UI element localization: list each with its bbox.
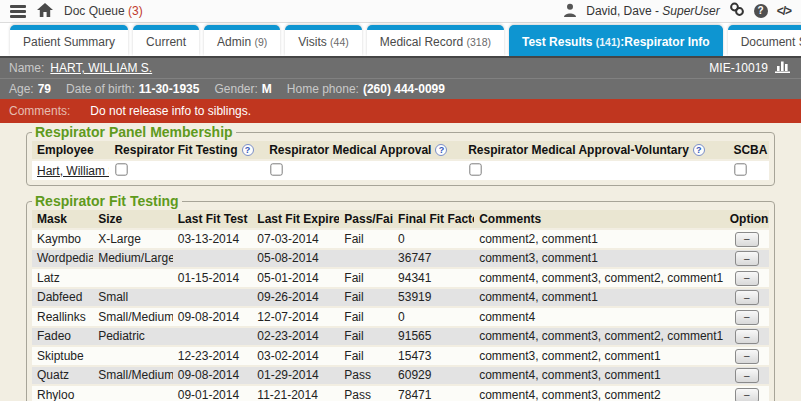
table-row: QuatzSmall/Medium09-08-201401-29-2014Pas… [32,366,769,386]
options-cell: – [725,346,769,366]
last-fit-test-cell: 01-15-2014 [173,268,253,288]
help-icon[interactable]: ? [693,144,705,156]
home-phone-field: Home phone:(260) 444-0099 [287,82,445,96]
patient-comments-alert-bar: Comments: Do not release info to sibling… [0,99,801,123]
size-cell [93,385,173,401]
pass-fail-cell: Pass [339,366,393,386]
flowsheet-chart-icon[interactable] [775,60,792,76]
size-cell: Pediatric [93,327,173,347]
mask-cell: Kaymbo [32,229,93,249]
medical-approval-voluntary-checkbox[interactable] [469,163,481,175]
last-fit-test-cell [173,249,253,269]
patient-demographics-bar: Age:79 Date of birth:11-30-1935 Gender:M… [0,78,801,99]
final-fit-factor-cell: 15473 [393,346,474,366]
menu-icon[interactable] [10,5,26,18]
last-fit-test-cell [173,288,253,308]
col-pass-fail: Pass/Fail [339,210,393,229]
name-label: Name: [9,61,44,75]
comments-cell: comment4, comment1 [474,288,725,308]
last-fit-expires-cell: 12-07-2014 [252,307,339,327]
pass-fail-cell: Fail [339,229,393,249]
dob-field: Date of birth:11-30-1935 [66,82,199,96]
tab-test-results-respirator-info[interactable]: Test Results (141):Respirator Info [509,25,723,56]
options-cell: – [725,288,769,308]
scba-checkbox[interactable] [735,163,747,175]
mask-cell: Wordpedia [32,249,93,269]
options-cell: – [725,229,769,249]
last-fit-test-cell: 09-08-2014 [173,307,253,327]
col-respirator-medical-approval: Respirator Medical Approval? [264,141,463,160]
doc-queue-label: Doc Queue [64,4,125,18]
home-icon[interactable] [37,3,53,20]
final-fit-factor-cell: 53919 [393,288,474,308]
table-row: DabfeedSmall09-26-2014Fail53919comment4,… [32,288,769,308]
fit-testing-legend: Respirator Fit Testing [32,193,182,209]
fit-testing-checkbox[interactable] [116,163,128,175]
size-cell [93,268,173,288]
mask-cell: Fadeo [32,327,93,347]
tab-current[interactable]: Current [133,25,199,56]
options-cell: – [725,385,769,401]
mask-cell: Dabfeed [32,288,93,308]
respirator-fit-testing-section: Respirator Fit Testing Mask Size Last Fi… [26,193,775,401]
last-fit-expires-cell: 11-21-2014 [252,385,339,401]
comments-text: Do not release info to siblings. [90,104,251,118]
link-icon[interactable] [729,2,745,20]
tab-document-summary[interactable]: Document Summary (327) [728,25,801,56]
col-respirator-fit-testing: Respirator Fit Testing? [109,141,264,160]
table-row: Rhyloo09-01-201411-21-2014Pass78471comme… [32,385,769,401]
row-options-button[interactable]: – [735,290,759,305]
row-options-button[interactable]: – [735,329,759,344]
comments-cell: comment2, comment1 [474,229,725,249]
patient-chart-tabs: Patient Summary Current Admin (9) Visits… [0,23,801,56]
last-fit-expires-cell: 09-26-2014 [252,288,339,308]
col-size: Size [93,210,173,229]
last-fit-test-cell: 03-13-2014 [173,229,253,249]
options-cell: – [725,307,769,327]
row-options-button[interactable]: – [735,388,759,401]
row-options-button[interactable]: – [735,368,759,383]
row-options-button[interactable]: – [735,251,759,266]
fit-testing-header-row: Mask Size Last Fit Test Last Fit Expires… [32,210,769,229]
employee-link[interactable]: Hart, William S. [37,164,109,178]
final-fit-factor-cell: 60929 [393,366,474,386]
col-last-fit-expires: Last Fit Expires [252,210,339,229]
help-icon[interactable]: ? [435,144,447,156]
tab-visits[interactable]: Visits (44) [285,25,361,56]
final-fit-factor-cell: 91565 [393,327,474,347]
tab-patient-summary[interactable]: Patient Summary [10,25,128,56]
medical-approval-checkbox[interactable] [270,163,282,175]
current-user-link[interactable]: David, Dave - SuperUser [586,4,719,18]
table-row: KaymboX-Large03-13-201407-03-2014Fail0co… [32,229,769,249]
col-comments: Comments [474,210,725,229]
code-icon[interactable]: </> [777,4,791,18]
panel-membership-table: Employee Respirator Fit Testing? Respira… [32,141,769,180]
membership-row: Hart, William S. [32,160,769,180]
row-options-button[interactable]: – [735,232,759,247]
row-options-button[interactable]: – [735,310,759,325]
help-icon[interactable]: ? [242,144,254,156]
comments-cell: comment4, comment3, comment2, comment1 [474,268,725,288]
row-options-button[interactable]: – [735,349,759,364]
mask-cell: Quatz [32,366,93,386]
last-fit-expires-cell: 02-23-2014 [252,327,339,347]
comments-cell: comment4 [474,307,725,327]
row-options-button[interactable]: – [735,271,759,286]
size-cell [93,346,173,366]
tab-admin[interactable]: Admin (9) [204,25,280,56]
tab-medical-record[interactable]: Medical Record (318) [367,25,504,56]
options-cell: – [725,366,769,386]
help-icon[interactable]: ? [754,4,768,18]
size-cell: Small [93,288,173,308]
doc-queue-link[interactable]: Doc Queue (3) [64,4,143,18]
user-name: David, Dave - [586,4,662,18]
patient-name-link[interactable]: HART, WILLIAM S. [50,61,152,75]
final-fit-factor-cell: 94341 [393,268,474,288]
doc-queue-count: (3) [128,4,143,18]
last-fit-test-cell: 12-23-2014 [173,346,253,366]
pass-fail-cell: Fail [339,346,393,366]
panel-membership-legend: Respirator Panel Membership [32,124,236,140]
size-cell: Small/Medium [93,307,173,327]
size-cell: X-Large [93,229,173,249]
age-field: Age:79 [9,82,51,96]
